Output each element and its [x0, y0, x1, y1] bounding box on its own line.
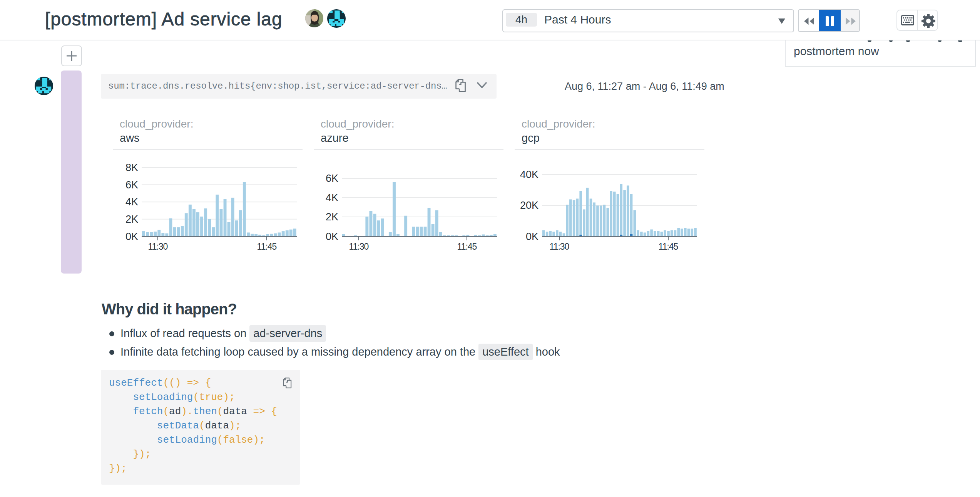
svg-text:11:45: 11:45 — [457, 242, 477, 252]
svg-text:6K: 6K — [326, 173, 338, 184]
svg-text:0K: 0K — [125, 231, 138, 242]
svg-text:40K: 40K — [520, 169, 538, 180]
svg-text:11:30: 11:30 — [148, 242, 168, 252]
svg-text:4K: 4K — [125, 196, 138, 208]
svg-text:20K: 20K — [520, 200, 538, 211]
svg-text:0K: 0K — [526, 231, 538, 242]
svg-text:11:30: 11:30 — [550, 242, 569, 252]
svg-text:0K: 0K — [326, 231, 338, 242]
svg-text:11:45: 11:45 — [257, 242, 277, 252]
svg-text:11:45: 11:45 — [659, 242, 678, 252]
svg-text:11:30: 11:30 — [349, 242, 369, 252]
svg-text:2K: 2K — [125, 213, 138, 225]
svg-text:6K: 6K — [125, 179, 138, 191]
svg-text:2K: 2K — [326, 211, 338, 223]
svg-text:8K: 8K — [125, 162, 138, 173]
svg-text:4K: 4K — [326, 192, 338, 203]
